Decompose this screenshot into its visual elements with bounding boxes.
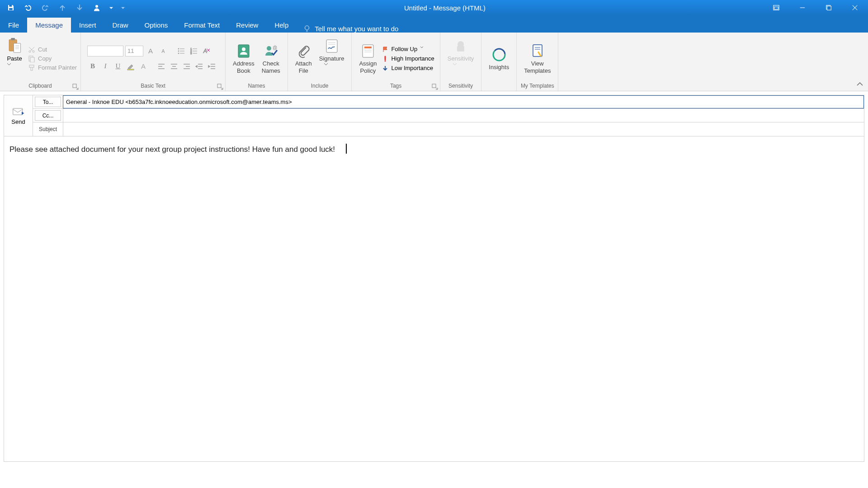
clipboard-group-label: Clipboard [4,83,77,90]
tab-file[interactable]: File [0,18,27,33]
svg-rect-1 [9,8,13,10]
clipboard-launcher[interactable] [72,84,79,90]
align-left-button[interactable] [156,61,167,72]
insights-button[interactable]: Insights [485,34,513,83]
signature-icon [324,38,340,54]
view-templates-button[interactable]: View Templates [520,34,554,83]
grow-font-button[interactable]: A [145,46,156,56]
touch-mode-button[interactable] [119,1,127,14]
tab-help[interactable]: Help [266,18,297,33]
group-clipboard: Paste Cut Copy Format Painter Clipboard [0,33,81,91]
high-importance-button[interactable]: High Importance [382,55,434,62]
text-cursor [346,144,347,154]
tab-options[interactable]: Options [137,18,176,33]
svg-point-54 [242,47,245,51]
redo-button[interactable] [39,1,52,14]
chevron-down-icon [453,63,469,79]
tab-bar: File Message Insert Draw Options Format … [0,15,868,33]
insights-group-label [485,83,513,90]
high-importance-label: High Importance [391,55,434,62]
svg-point-18 [33,51,34,52]
paste-label: Paste [7,55,22,62]
account-button[interactable] [90,1,103,14]
svg-rect-13 [14,43,20,52]
tab-insert[interactable]: Insert [71,18,104,33]
chevron-down-icon [420,46,426,52]
ribbon-mode-button[interactable] [763,0,789,15]
undo-button[interactable] [22,1,34,14]
bold-button[interactable]: B [87,61,98,72]
include-group-label: Include [292,83,348,90]
check-names-button[interactable]: @ Check Names [258,34,284,83]
assign-policy-button[interactable]: Assign Policy [355,34,380,83]
to-input[interactable] [63,95,864,108]
subject-input[interactable] [63,122,864,136]
svg-point-25 [178,51,179,52]
tab-format-text[interactable]: Format Text [176,18,228,33]
attach-file-button[interactable]: Attach File [292,34,316,83]
tab-review[interactable]: Review [228,18,266,33]
cc-input[interactable] [63,109,864,122]
underline-button[interactable]: U [113,61,123,72]
address-book-icon [236,43,252,59]
close-button[interactable] [842,0,868,15]
align-right-button[interactable] [181,61,192,72]
svg-rect-52 [217,84,221,88]
templates-group-label: My Templates [520,83,554,90]
shrink-font-button[interactable]: A [158,46,169,56]
paste-button[interactable]: Paste [4,34,25,83]
highlight-button[interactable] [125,61,136,72]
basic-text-launcher[interactable] [217,84,223,90]
svg-rect-22 [73,84,76,88]
align-center-button[interactable] [169,61,179,72]
group-insights: Insights [481,33,516,91]
increase-indent-button[interactable] [207,61,217,72]
font-family-input[interactable] [87,46,123,56]
to-button[interactable]: To... [35,97,61,107]
maximize-button[interactable] [816,0,842,15]
signature-button[interactable]: Signature [316,34,348,83]
decrease-indent-button[interactable] [194,61,205,72]
names-group-label: Names [229,83,284,90]
low-importance-button[interactable]: Low Importance [382,65,434,71]
signature-label: Signature [319,55,344,62]
cc-row: Cc... [33,109,864,122]
svg-rect-57 [326,40,337,52]
copy-label: Copy [38,55,52,62]
next-item-button[interactable] [73,1,86,14]
cc-button[interactable]: Cc... [35,110,61,121]
tags-launcher[interactable] [432,84,438,90]
assign-policy-label: Assign Policy [359,60,377,74]
subject-label: Subject [33,122,63,136]
minimize-button[interactable] [789,0,816,15]
bullets-button[interactable] [176,46,187,56]
copy-button: Copy [28,55,77,62]
previous-item-button[interactable] [56,1,69,14]
window-title: Untitled - Message (HTML) [127,4,763,12]
collapse-ribbon-button[interactable] [855,80,864,89]
font-size-input[interactable] [125,46,143,56]
group-names: Address Book @ Check Names Names [226,33,288,91]
save-button[interactable] [5,1,17,14]
insights-label: Insights [489,64,509,71]
sensitivity-button: Sensitivity [444,34,478,83]
tell-me-search[interactable]: Tell me what you want to do [297,24,405,33]
follow-up-button[interactable]: Follow Up [382,46,434,52]
italic-button[interactable]: I [100,61,111,72]
group-basic-text: A A 123 A B I U A [81,33,226,91]
send-button[interactable]: Send [4,95,33,136]
message-body[interactable]: Please see attached document for your ne… [4,136,864,462]
font-color-button[interactable]: A [138,61,149,72]
window-controls [763,0,868,15]
high-importance-icon [382,56,388,62]
check-names-icon: @ [263,43,279,59]
qat-customize-button[interactable] [108,1,115,14]
numbering-button[interactable]: 123 [189,46,199,56]
to-row: To... [33,95,864,109]
low-importance-label: Low Importance [391,65,433,71]
clear-formatting-button[interactable]: A [201,46,212,56]
address-book-button[interactable]: Address Book [229,34,258,83]
tab-message[interactable]: Message [27,18,71,33]
svg-text:A: A [203,48,207,54]
tab-draw[interactable]: Draw [104,18,137,33]
